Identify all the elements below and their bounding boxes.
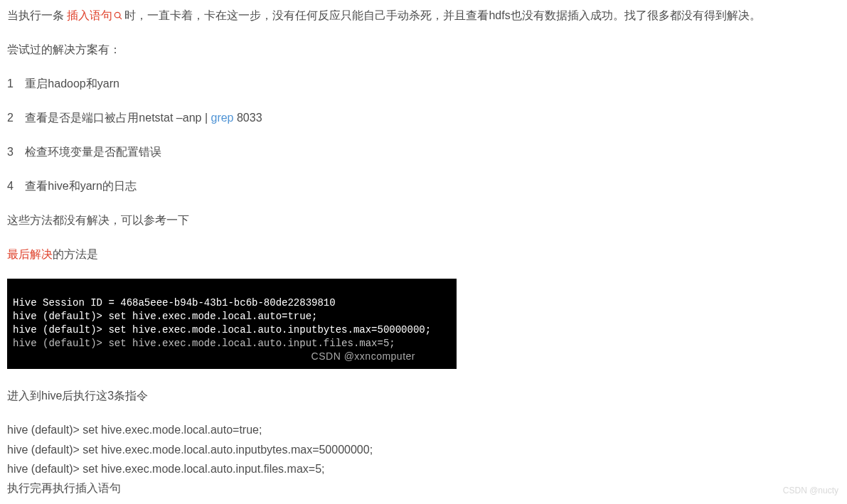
not-solved-paragraph: 这些方法都没有解决，可以参考一下 xyxy=(7,210,840,230)
step-number: 4 xyxy=(7,176,14,196)
step-number: 2 xyxy=(7,108,14,128)
page-watermark: CSDN @nucty xyxy=(783,483,838,498)
command-line: hive (default)> set hive.exec.mode.local… xyxy=(7,440,840,459)
step-text: 检查环境变量是否配置错误 xyxy=(25,146,161,158)
final-solution-paragraph: 最后解决的方法是 xyxy=(7,245,840,264)
terminal-line: hive (default)> set hive.exec.mode.local… xyxy=(13,324,431,336)
step-text-before: 查看是否是端口被占用netstat –anp | xyxy=(25,112,211,124)
step-number: 1 xyxy=(7,74,14,94)
final-highlight: 最后解决 xyxy=(7,248,53,260)
step-text-after: 8033 xyxy=(234,112,262,124)
grep-link[interactable]: grep xyxy=(211,112,233,124)
terminal-screenshot: Hive Session ID = 468a5eee-b94b-43b1-bc6… xyxy=(7,279,457,369)
final-exec-line: 执行完再执行插入语句 xyxy=(7,478,840,498)
search-icon[interactable] xyxy=(113,11,123,21)
command-line: hive (default)> set hive.exec.mode.local… xyxy=(7,420,840,439)
command-block: hive (default)> set hive.exec.mode.local… xyxy=(7,420,840,498)
after-terminal-paragraph: 进入到hive后执行这3条指令 xyxy=(7,386,840,406)
step-3: 3 检查环境变量是否配置错误 xyxy=(7,142,840,162)
intro-after: 时，一直卡着，卡在这一步，没有任何反应只能自己手动杀死，并且查看hdfs也没有数… xyxy=(124,9,760,21)
insert-phrase-link[interactable]: 插入语句 xyxy=(67,9,112,21)
terminal-line: hive (default)> set hive.exec.mode.local… xyxy=(13,338,395,349)
step-text: 查看hive和yarn的日志 xyxy=(25,180,136,192)
step-1: 1 重启hadoop和yarn xyxy=(7,74,840,94)
step-number: 3 xyxy=(7,142,14,162)
terminal-line: Hive Session ID = 468a5eee-b94b-43b1-bc6… xyxy=(13,297,336,309)
step-4: 4 查看hive和yarn的日志 xyxy=(7,176,840,196)
tried-heading: 尝试过的解决方案有： xyxy=(7,40,840,60)
step-text: 重启hadoop和yarn xyxy=(25,77,119,90)
intro-prefix: 当执行一条 xyxy=(7,9,64,21)
terminal-line: hive (default)> set hive.exec.mode.local… xyxy=(13,311,317,322)
terminal-watermark: CSDN @xxncomputer xyxy=(311,350,415,363)
final-suffix: 的方法是 xyxy=(53,248,98,260)
svg-line-1 xyxy=(119,17,122,19)
intro-paragraph: 当执行一条 插入语句 时，一直卡着，卡在这一步，没有任何反应只能自己手动杀死，并… xyxy=(7,6,840,26)
command-line: hive (default)> set hive.exec.mode.local… xyxy=(7,459,840,478)
step-2: 2 查看是否是端口被占用netstat –anp | grep 8033 xyxy=(7,108,840,128)
